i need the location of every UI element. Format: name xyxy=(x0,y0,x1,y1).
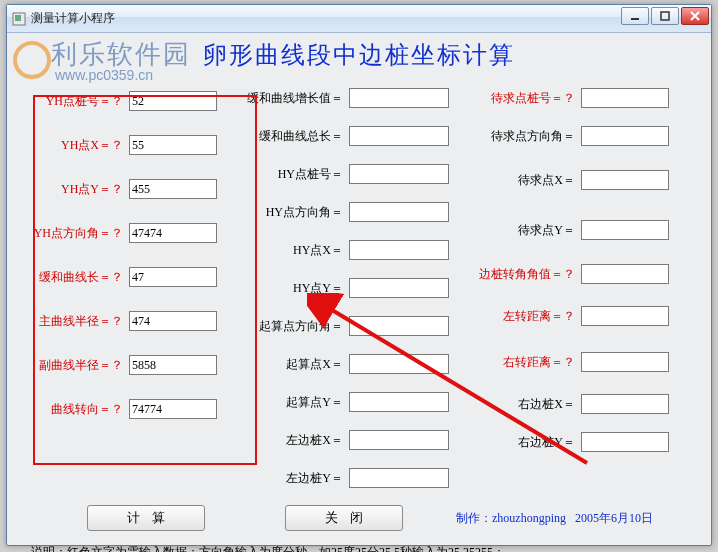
lbl-yh-azimuth: YH点方向角＝？ xyxy=(19,225,129,242)
out-right-x[interactable] xyxy=(581,394,669,414)
out-hy-y[interactable] xyxy=(349,278,449,298)
lbl-start-y: 起算点Y＝ xyxy=(239,394,349,411)
close-button[interactable]: 关闭 xyxy=(285,505,403,531)
out-right-y[interactable] xyxy=(581,432,669,452)
out-spiral-total[interactable] xyxy=(349,126,449,146)
lbl-left-y: 左边桩Y＝ xyxy=(239,470,349,487)
page-title: 卵形曲线段中边桩坐标计算 xyxy=(7,39,711,71)
notes-line1: 红色文字为需输入数据；方向角输入为度分秒，如25度25分25.5秒输入为25.2… xyxy=(67,545,505,552)
inp-spiral-len[interactable] xyxy=(129,267,217,287)
lbl-side-angle: 边桩转角角值＝？ xyxy=(471,266,581,283)
lbl-right-dist: 右转距离＝？ xyxy=(471,354,581,371)
inp-yh-y[interactable] xyxy=(129,179,217,199)
out-start-azimuth[interactable] xyxy=(349,316,449,336)
lbl-curve-turn: 曲线转向＝？ xyxy=(19,401,129,418)
inp-yh-x[interactable] xyxy=(129,135,217,155)
maximize-button[interactable] xyxy=(651,7,679,25)
inp-sub-radius[interactable] xyxy=(129,355,217,375)
inp-yh-stake[interactable] xyxy=(129,91,217,111)
out-target-x[interactable] xyxy=(581,170,669,190)
lbl-spiral-total: 缓和曲线总长＝ xyxy=(239,128,349,145)
window-buttons xyxy=(621,7,709,25)
lbl-right-x: 右边桩X＝ xyxy=(471,396,581,413)
lbl-yh-x: YH点X＝？ xyxy=(19,137,129,154)
lbl-target-stake: 待求点桩号＝？ xyxy=(471,90,581,107)
out-target-y[interactable] xyxy=(581,220,669,240)
lbl-spiral-incr: 缓和曲线增长值＝ xyxy=(239,90,349,107)
client-area: 利乐软件园 www.pc0359.cn 卵形曲线段中边桩坐标计算 YH点桩号＝？… xyxy=(7,33,711,545)
credit-author: zhouzhongping xyxy=(492,511,566,525)
out-hy-azimuth[interactable] xyxy=(349,202,449,222)
credit-author-label: 制作： xyxy=(456,511,492,525)
lbl-yh-stake: YH点桩号＝？ xyxy=(19,93,129,110)
out-start-y[interactable] xyxy=(349,392,449,412)
lbl-start-x: 起算点X＝ xyxy=(239,356,349,373)
lbl-spiral-len: 缓和曲线长＝？ xyxy=(19,269,129,286)
input-column-1: YH点桩号＝？ YH点X＝？ YH点Y＝？ YH点方向角＝？ 缓和曲线长＝？ 主… xyxy=(19,79,239,497)
inp-right-dist[interactable] xyxy=(581,352,669,372)
lbl-target-azimuth: 待求点方向角＝ xyxy=(471,128,581,145)
inp-left-dist[interactable] xyxy=(581,306,669,326)
window-title: 测量计算小程序 xyxy=(31,10,115,27)
lbl-left-x: 左边桩X＝ xyxy=(239,432,349,449)
lbl-hy-y: HY点Y＝ xyxy=(239,280,349,297)
lbl-hy-azimuth: HY点方向角＝ xyxy=(239,204,349,221)
credit-text: 制作：zhouzhongping 2005年6月10日 xyxy=(456,510,653,527)
svg-rect-1 xyxy=(15,15,21,21)
app-window: 测量计算小程序 利乐软件园 www.pc0359.cn 卵形曲线段中边桩坐标计算… xyxy=(6,4,712,546)
app-icon xyxy=(11,11,27,27)
notes: 说明：红色文字为需输入数据；方向角输入为度分秒，如25度25分25.5秒输入为2… xyxy=(7,535,711,552)
out-spiral-incr[interactable] xyxy=(349,88,449,108)
minimize-button[interactable] xyxy=(621,7,649,25)
close-window-button[interactable] xyxy=(681,7,709,25)
lbl-main-radius: 主曲线半径＝？ xyxy=(19,313,129,330)
lbl-left-dist: 左转距离＝？ xyxy=(471,308,581,325)
notes-prefix: 说明： xyxy=(31,545,67,552)
out-hy-x[interactable] xyxy=(349,240,449,260)
lbl-target-y: 待求点Y＝ xyxy=(471,222,581,239)
inp-side-angle[interactable] xyxy=(581,264,669,284)
output-column-3: 待求点桩号＝？ 待求点方向角＝ 待求点X＝ 待求点Y＝ 边桩转角角值＝？ 左转距… xyxy=(471,79,691,497)
button-row: 计算 关闭 制作：zhouzhongping 2005年6月10日 xyxy=(7,505,711,531)
inp-main-radius[interactable] xyxy=(129,311,217,331)
lbl-yh-y: YH点Y＝？ xyxy=(19,181,129,198)
inp-yh-azimuth[interactable] xyxy=(129,223,217,243)
lbl-right-y: 右边桩Y＝ xyxy=(471,434,581,451)
calculate-button[interactable]: 计算 xyxy=(87,505,205,531)
inp-target-stake[interactable] xyxy=(581,88,669,108)
lbl-hy-x: HY点X＝ xyxy=(239,242,349,259)
out-hy-stake[interactable] xyxy=(349,164,449,184)
out-left-x[interactable] xyxy=(349,430,449,450)
out-start-x[interactable] xyxy=(349,354,449,374)
out-target-azimuth[interactable] xyxy=(581,126,669,146)
svg-rect-3 xyxy=(661,12,669,20)
lbl-target-x: 待求点X＝ xyxy=(471,172,581,189)
titlebar[interactable]: 测量计算小程序 xyxy=(7,5,711,33)
lbl-start-azimuth: 起算点方向角＝ xyxy=(239,318,349,335)
credit-date: 2005年6月10日 xyxy=(575,511,653,525)
output-column-2: 缓和曲线增长值＝ 缓和曲线总长＝ HY点桩号＝ HY点方向角＝ HY点X＝ HY… xyxy=(239,79,471,497)
out-left-y[interactable] xyxy=(349,468,449,488)
lbl-hy-stake: HY点桩号＝ xyxy=(239,166,349,183)
lbl-sub-radius: 副曲线半径＝？ xyxy=(19,357,129,374)
inp-curve-turn[interactable] xyxy=(129,399,217,419)
